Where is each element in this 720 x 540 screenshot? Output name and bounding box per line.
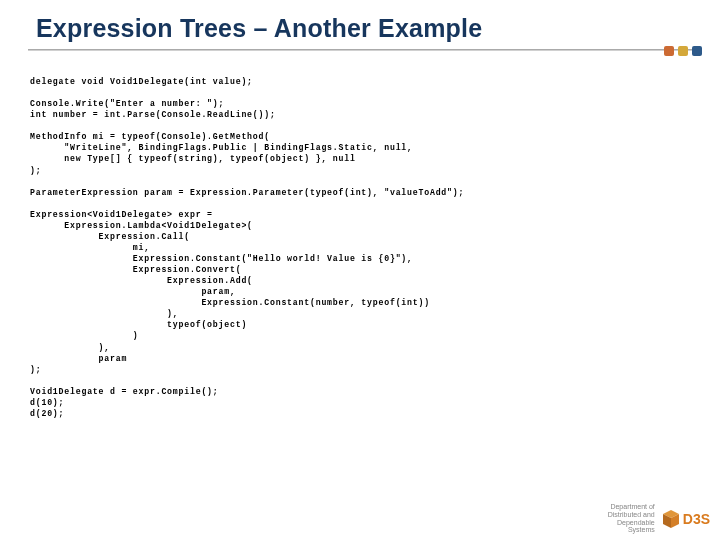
footer-line: Department of [608, 503, 655, 511]
footer: Department of Distributed and Dependable… [608, 503, 710, 534]
dot-yellow-icon [678, 46, 688, 56]
d3s-logo: D3S [661, 509, 710, 529]
d3s-label: D3S [683, 511, 710, 527]
decorative-dots [664, 46, 702, 56]
dot-blue-icon [692, 46, 702, 56]
dot-red-icon [664, 46, 674, 56]
cube-icon [661, 509, 681, 529]
slide: Expression Trees – Another Example deleg… [0, 0, 720, 540]
footer-line: Dependable [608, 519, 655, 527]
code-block: delegate void Void1Delegate(int value); … [30, 76, 690, 419]
footer-line: Systems [608, 526, 655, 534]
title-underline [28, 49, 692, 51]
title-container: Expression Trees – Another Example [0, 0, 720, 43]
footer-text: Department of Distributed and Dependable… [608, 503, 655, 534]
footer-line: Distributed and [608, 511, 655, 519]
slide-title: Expression Trees – Another Example [36, 14, 720, 43]
